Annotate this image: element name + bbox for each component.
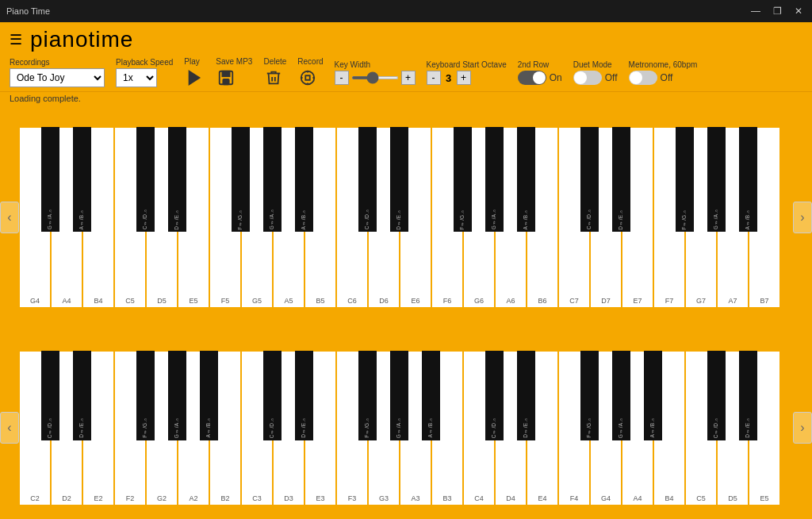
- duet-mode-toggle-container: Off: [573, 71, 618, 85]
- black-key-22[interactable]: A♯/B♭: [739, 127, 757, 232]
- black-key-1[interactable]: D♯/E♭: [73, 351, 91, 440]
- black-key-3[interactable]: C♯/D♭: [136, 127, 155, 232]
- menu-icon[interactable]: ☰: [10, 31, 22, 48]
- black-key-15[interactable]: A♯/B♭: [517, 127, 535, 232]
- black-key-17[interactable]: C♯/D♭: [580, 127, 599, 232]
- black-key-4[interactable]: G♯/A♭: [168, 351, 186, 440]
- top-scroll-left[interactable]: ‹: [0, 202, 19, 233]
- black-key-21[interactable]: G♯/A♭: [707, 127, 726, 232]
- key-width-slider[interactable]: [351, 76, 399, 79]
- title-bar-controls: — ❐ ✕: [748, 6, 806, 17]
- playback-speed-select[interactable]: 0.5x 1x 1.5x 2x: [116, 68, 157, 87]
- black-key-20[interactable]: F♯/G♭: [676, 127, 694, 232]
- bottom-scroll-left[interactable]: ‹: [0, 412, 19, 444]
- black-key-11[interactable]: G♯/A♭: [390, 351, 408, 440]
- key-label-F4: F4: [570, 494, 579, 502]
- black-key-5[interactable]: A♯/B♭: [200, 351, 218, 440]
- black-key-label-4: G♯/A♭: [174, 417, 180, 438]
- bottom-scroll-right[interactable]: ›: [793, 412, 812, 444]
- black-key-label-22: D♯/E♭: [745, 417, 751, 438]
- black-key-8[interactable]: A♯/B♭: [295, 127, 313, 232]
- black-key-label-5: A♯/B♭: [206, 417, 212, 437]
- minimize-button[interactable]: —: [748, 6, 764, 17]
- key-label-C3: C3: [252, 494, 262, 502]
- bottom-piano-row: ‹ C2D2E2F2G2A2B2C3D3E3F3G3A3B3C4D4E4F4G4…: [0, 334, 812, 519]
- key-label-D7: D7: [601, 297, 611, 305]
- key-label-G4: G4: [601, 494, 611, 502]
- key-label-D2: D2: [62, 494, 71, 502]
- key-label-B4: B4: [665, 494, 673, 502]
- octave-row: - 3 +: [427, 71, 471, 85]
- black-key-7[interactable]: C♯/D♭: [263, 351, 282, 440]
- black-key-22[interactable]: D♯/E♭: [739, 351, 757, 440]
- svg-rect-3: [224, 79, 229, 84]
- black-key-8[interactable]: D♯/E♭: [295, 351, 313, 440]
- second-row-toggle[interactable]: [518, 71, 546, 85]
- black-key-label-15: A♯/B♭: [523, 209, 529, 229]
- black-key-15[interactable]: D♯/E♭: [517, 351, 535, 440]
- black-key-11[interactable]: D♯/E♭: [390, 127, 408, 232]
- black-key-12[interactable]: A♯/B♭: [422, 351, 440, 440]
- key-label-G6: G6: [474, 297, 484, 305]
- black-key-0[interactable]: G♯/A♭: [41, 127, 59, 232]
- octave-minus[interactable]: -: [427, 71, 441, 85]
- key-label-C6: C6: [347, 297, 357, 305]
- key-label-A2: A2: [189, 494, 197, 502]
- bottom-piano-scroll: C2D2E2F2G2A2B2C3D3E3F3G3A3B3C4D4E4F4G4A4…: [19, 351, 793, 506]
- top-scroll-right[interactable]: ›: [793, 202, 812, 233]
- black-key-10[interactable]: F♯/G♭: [358, 351, 377, 440]
- key-width-minus[interactable]: -: [335, 71, 349, 85]
- black-key-6[interactable]: F♯/G♭: [232, 127, 250, 232]
- key-label-D5: D5: [728, 494, 737, 502]
- save-mp3-button[interactable]: [216, 67, 236, 88]
- recordings-select[interactable]: Ode To Joy Fur Elise Moonlight Sonata: [10, 68, 105, 87]
- topPiano-keyboard: G4A4B4C5D5E5F5G5A5B5C6D6E6F6G6A6B6C7D7E7…: [19, 127, 793, 308]
- black-key-label-22: A♯/B♭: [745, 209, 751, 229]
- delete-button[interactable]: [263, 67, 284, 88]
- black-key-label-15: D♯/E♭: [523, 417, 529, 438]
- duet-mode-toggle[interactable]: [573, 71, 602, 85]
- play-button[interactable]: [184, 67, 205, 88]
- key-label-E2: E2: [94, 494, 102, 502]
- octave-plus[interactable]: +: [457, 71, 471, 85]
- key-label-G5: G5: [252, 297, 262, 305]
- black-key-4[interactable]: D♯/E♭: [168, 127, 186, 232]
- octave-label: Keyboard Start Octave: [427, 60, 507, 69]
- black-key-0[interactable]: C♯/D♭: [41, 351, 59, 440]
- black-key-label-6: F♯/G♭: [238, 209, 243, 230]
- black-key-14[interactable]: G♯/A♭: [485, 127, 504, 232]
- maximize-button[interactable]: ❐: [770, 6, 785, 17]
- black-key-7[interactable]: G♯/A♭: [263, 127, 282, 232]
- playback-speed-label: Playback Speed: [116, 58, 173, 67]
- key-label-D3: D3: [284, 494, 293, 502]
- close-button[interactable]: ✕: [791, 6, 806, 17]
- black-key-19[interactable]: A♯/B♭: [644, 351, 662, 440]
- key-width-group: Key Width - +: [335, 60, 416, 85]
- title-bar-title: Piano Time: [6, 6, 50, 16]
- black-key-18[interactable]: G♯/A♭: [612, 351, 630, 440]
- black-key-label-7: G♯/A♭: [270, 208, 275, 229]
- black-key-21[interactable]: C♯/D♭: [707, 351, 726, 440]
- metronome-toggle[interactable]: [629, 71, 657, 85]
- top-piano-row: ‹ G4A4B4C5D5E5F5G5A5B5C6D6E6F6G6A6B6C7D7…: [0, 105, 812, 331]
- key-width-plus[interactable]: +: [401, 71, 416, 85]
- key-label-A3: A3: [411, 494, 419, 502]
- key-width-row: - +: [335, 71, 416, 85]
- record-button[interactable]: [297, 67, 318, 88]
- black-key-18[interactable]: D♯/E♭: [612, 127, 630, 232]
- black-key-label-11: D♯/E♭: [396, 209, 402, 230]
- black-key-13[interactable]: F♯/G♭: [454, 127, 472, 232]
- metronome-group: Metronome, 60bpm Off: [629, 60, 698, 85]
- black-key-label-17: C♯/D♭: [587, 208, 592, 229]
- top-piano-scroll: G4A4B4C5D5E5F5G5A5B5C6D6E6F6G6A6B6C7D7E7…: [19, 127, 793, 308]
- black-key-17[interactable]: F♯/G♭: [580, 351, 599, 440]
- key-label-D6: D6: [379, 297, 389, 305]
- black-key-10[interactable]: C♯/D♭: [358, 127, 377, 232]
- black-key-1[interactable]: A♯/B♭: [73, 127, 91, 232]
- second-row-toggle-container: On: [518, 71, 562, 85]
- black-key-label-0: G♯/A♭: [48, 208, 53, 229]
- key-label-C4: C4: [474, 494, 484, 502]
- black-key-14[interactable]: C♯/D♭: [485, 351, 504, 440]
- svg-marker-0: [190, 71, 200, 85]
- black-key-3[interactable]: F♯/G♭: [136, 351, 155, 440]
